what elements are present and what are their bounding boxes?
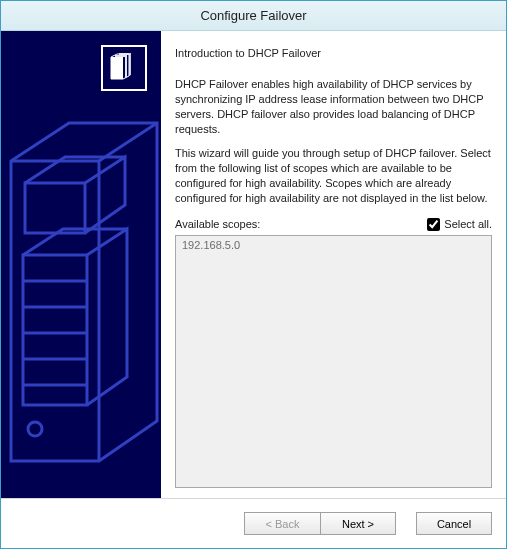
- intro-paragraph-2: This wizard will guide you through setup…: [175, 146, 492, 205]
- svg-rect-2: [23, 255, 87, 405]
- scopes-listbox[interactable]: 192.168.5.0: [175, 235, 492, 488]
- page-heading: Introduction to DHCP Failover: [175, 47, 492, 59]
- titlebar: Configure Failover: [1, 1, 506, 31]
- svg-rect-0: [25, 183, 85, 233]
- select-all-control[interactable]: Select all.: [427, 218, 492, 231]
- content-area: Introduction to DHCP Failover DHCP Failo…: [1, 31, 506, 498]
- back-button: < Back: [244, 512, 320, 535]
- window-title: Configure Failover: [200, 8, 306, 23]
- wizard-logo-icon: [101, 45, 147, 91]
- next-button[interactable]: Next >: [320, 512, 396, 535]
- wizard-sidebar: [1, 31, 161, 498]
- wizard-window: Configure Failover: [0, 0, 507, 549]
- select-all-label: Select all.: [444, 218, 492, 230]
- list-item[interactable]: 192.168.5.0: [182, 239, 485, 251]
- intro-paragraph-1: DHCP Failover enables high availability …: [175, 77, 492, 136]
- available-scopes-label: Available scopes:: [175, 218, 260, 230]
- server-graphic-icon: [9, 121, 159, 501]
- wizard-main-panel: Introduction to DHCP Failover DHCP Failo…: [161, 31, 506, 498]
- nav-button-group: < Back Next >: [244, 512, 396, 535]
- wizard-footer: < Back Next > Cancel: [1, 498, 506, 548]
- scopes-header-row: Available scopes: Select all.: [175, 218, 492, 231]
- svg-point-1: [28, 422, 42, 436]
- select-all-checkbox[interactable]: [427, 218, 440, 231]
- cancel-button[interactable]: Cancel: [416, 512, 492, 535]
